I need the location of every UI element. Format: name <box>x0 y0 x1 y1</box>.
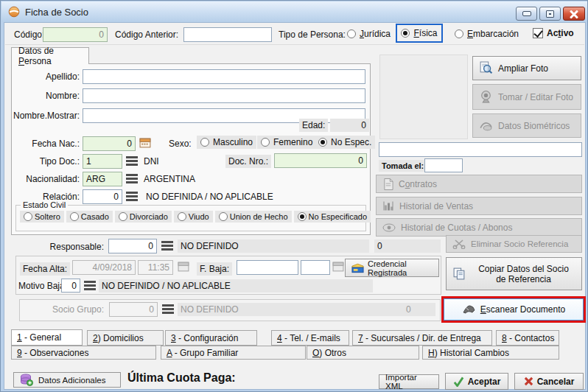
tab-sucursales-label: 7 - Sucursales / Dir. de Entrega <box>358 333 481 343</box>
radio-embarcacion-icon <box>455 29 463 38</box>
tab-domicilios[interactable]: 2) Domicilios <box>87 330 164 346</box>
radio-casado[interactable]: Casado <box>66 211 113 223</box>
f-baja-date-field[interactable] <box>237 260 298 275</box>
activo-checkbox[interactable]: Activo <box>533 28 574 38</box>
cancelar-button[interactable]: Cancelar <box>514 373 584 390</box>
codigo-field: 0 <box>43 27 108 42</box>
tab-datos-de-persona[interactable]: Datos de Persona <box>11 47 89 64</box>
codigo-anterior-field[interactable] <box>183 27 272 42</box>
socio-grupo-lookup-icon[interactable] <box>162 304 174 314</box>
radio-juridica-icon <box>347 29 356 38</box>
datos-adicionales-button[interactable]: Datos Adicionales <box>13 372 121 388</box>
fecha-nac-field[interactable]: 0 <box>83 136 136 151</box>
radio-fisica[interactable]: Física <box>401 28 437 38</box>
cancelar-label: Cancelar <box>537 377 575 387</box>
ultima-cuota-paga-label: Última Cuota Paga: <box>127 371 236 385</box>
tab-observaciones[interactable]: 9 - Observaciones <box>11 346 156 360</box>
tab-grupo-familiar[interactable]: A - Grupo Familiar <box>161 346 306 360</box>
tab-contactos-label: 8 - Contactos <box>502 333 554 343</box>
copiar-datos-label: Copiar Datos del Socio de Referencia <box>472 264 575 284</box>
eliminar-socio-referencia-button: Eliminar Socio Referencia <box>446 235 582 253</box>
relacion-field[interactable]: 0 <box>83 189 122 204</box>
nacionalidad-field[interactable]: ARG <box>83 172 122 186</box>
radio-no-especificado[interactable]: No Especificado <box>294 211 371 223</box>
radio-no-espec[interactable]: No Espec. <box>315 136 375 149</box>
fisica-highlight-box: Física <box>396 24 443 43</box>
relacion-lookup-icon[interactable] <box>126 192 138 201</box>
tab-tel-emails[interactable]: 4 - Tel. / E-mails <box>271 330 349 346</box>
historial-ventas-button: Historial de Ventas <box>376 197 582 215</box>
radio-no-espec-icon <box>318 138 327 147</box>
nacionalidad-lookup-icon[interactable] <box>126 174 138 183</box>
nombre-field[interactable] <box>83 88 365 103</box>
tab-otros-label: O) Otros <box>312 348 346 358</box>
socio-grupo-field: 0 <box>109 302 158 317</box>
coin-icon <box>382 223 396 232</box>
ampliar-foto-button[interactable]: Ampliar Foto <box>472 56 581 80</box>
radio-masculino-icon <box>200 138 209 147</box>
close-icon <box>570 10 578 18</box>
radio-viudo[interactable]: Viudo <box>174 211 213 223</box>
photo-path-field[interactable] <box>379 142 582 157</box>
sexo-label: Sexo: <box>169 139 192 149</box>
f-baja-calendar-button <box>332 261 345 273</box>
responsable-field[interactable]: 0 <box>108 239 157 253</box>
tab-otros[interactable]: O) Otros <box>307 346 419 360</box>
importar-xml-button[interactable]: Importar XML <box>379 374 439 389</box>
radio-juridica[interactable]: Jurídica <box>347 29 391 39</box>
tomada-el-label: Tomada el: <box>379 160 427 172</box>
estado-civil-options: Soltero Casado Divorciado Viudo Union de… <box>20 211 363 223</box>
tab-general[interactable]: 1 - General <box>11 329 83 346</box>
contract-document-icon <box>382 178 393 191</box>
radio-no-espec-label: No Espec. <box>331 137 371 147</box>
nombre-label: Nombre: <box>11 91 80 101</box>
radio-femenino[interactable]: Femenino <box>257 136 316 149</box>
motivo-baja-field[interactable]: 0 <box>61 279 80 293</box>
escanear-documento-button[interactable]: Escanear Documento <box>444 298 584 321</box>
radio-no-especificado-label: No Especificado <box>309 212 368 221</box>
radio-masculino[interactable]: Masculino <box>197 136 256 149</box>
aceptar-button[interactable]: Aceptar <box>445 373 508 390</box>
radio-soltero[interactable]: Soltero <box>20 211 64 223</box>
magnifier-document-icon <box>479 61 493 75</box>
responsable-extra-value: 0 <box>374 239 441 253</box>
escanear-annotation-box: Escanear Documento <box>441 296 586 323</box>
fecha-nac-label: Fecha Nac.: <box>11 139 80 149</box>
credencial-registrada-button[interactable]: Credencial Registrada <box>345 259 439 277</box>
bar-chart-icon <box>382 200 394 211</box>
copiar-datos-button[interactable]: Copiar Datos del Socio de Referencia <box>446 257 582 290</box>
motivo-baja-lookup-icon[interactable] <box>84 281 96 290</box>
green-check-icon <box>453 377 464 387</box>
tab-sucursales[interactable]: 7 - Sucursales / Dir. de Entrega <box>352 330 492 346</box>
doc-nro-field[interactable]: 0 <box>274 153 367 168</box>
f-baja-time-field[interactable] <box>301 260 330 275</box>
socio-grupo-extra-value: 0 <box>373 303 435 316</box>
datos-biometricos-button: Datos Biométricos <box>472 113 581 138</box>
radio-embarcacion[interactable]: Embarcación <box>455 29 519 39</box>
apellido-field[interactable] <box>83 69 365 84</box>
tab-historial-cambios[interactable]: H) Historial Cambios <box>422 346 559 360</box>
edad-value: 0 <box>330 119 369 132</box>
copy-pages-icon <box>452 267 466 281</box>
tab-configuracion[interactable]: 3 - Configuración <box>165 330 257 346</box>
fecha-nac-calendar-button[interactable] <box>139 137 152 149</box>
radio-union-de-hecho[interactable]: Union de Hecho <box>215 211 292 223</box>
tipo-doc-field[interactable]: 1 <box>83 154 122 169</box>
title-bar[interactable]: Ficha de Socio <box>1 1 588 22</box>
codigo-anterior-label: Código Anterior: <box>115 29 178 40</box>
maximize-button[interactable] <box>539 7 561 21</box>
calendar-disabled-icon <box>178 261 190 273</box>
tipo-doc-lookup-icon[interactable] <box>126 156 138 166</box>
responsable-lookup-icon[interactable] <box>161 241 173 251</box>
minimize-button[interactable] <box>516 7 537 21</box>
estado-civil-title: Estado Civil <box>21 200 68 209</box>
radio-divorciado-label: Divorciado <box>130 212 168 221</box>
tomada-el-field[interactable] <box>424 158 463 172</box>
codigo-label: Código: <box>14 29 44 40</box>
tab-domicilios-label: 2) Domicilios <box>93 333 144 343</box>
tab-contactos[interactable]: 8 - Contactos <box>496 330 559 346</box>
close-button[interactable] <box>563 7 585 21</box>
scissors-icon <box>452 239 466 249</box>
radio-divorciado[interactable]: Divorciado <box>115 211 172 223</box>
fecha-alta-date-field: 4/09/2018 <box>72 260 136 275</box>
